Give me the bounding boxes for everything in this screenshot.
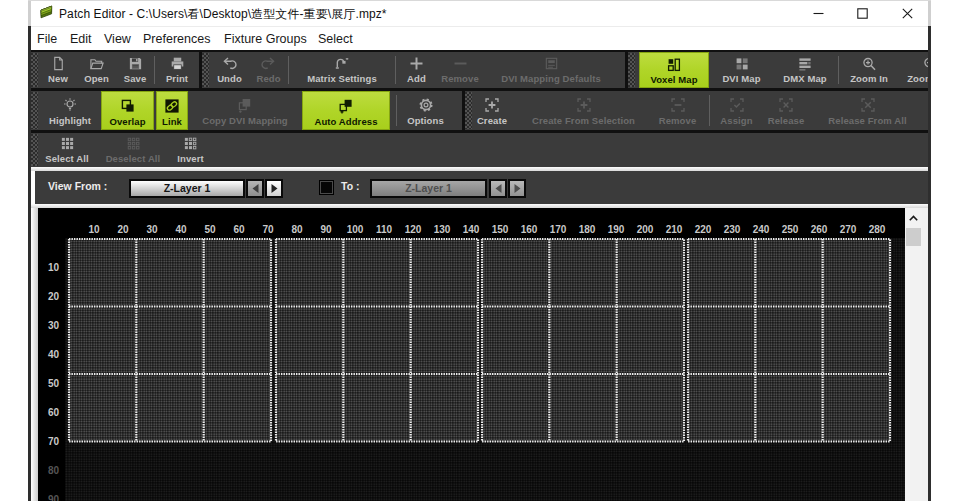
scrollbar-thumb[interactable] [906,228,921,246]
release-from-all-icon [860,96,876,114]
options-button[interactable]: Options [397,91,454,130]
toolbar-button-label: Options [407,115,444,126]
toolbar-row-2: Highlight Overlap Link Copy DVI Mapping … [31,91,928,130]
release-from-all-button[interactable]: Release From All [811,91,924,130]
ruler-left-label: 10 [48,262,60,273]
close-button[interactable] [892,1,922,26]
auto-address-button[interactable]: Auto Address [302,91,390,130]
maximize-button[interactable] [847,1,877,26]
add-button[interactable]: Add [396,52,437,88]
view-to-checkbox[interactable] [319,180,334,195]
toolbar-drag-handle[interactable] [628,53,635,87]
toolbar-drag-handle[interactable] [31,134,38,166]
voxel-map-button[interactable]: Voxel Map [639,52,709,88]
toolbar-button-label: Overlap [109,116,145,127]
toolbar-button-label: Deselect All [106,153,161,164]
toolbar-button-label: Auto Address [314,116,377,127]
zoom-in-button[interactable]: Zoom In [839,52,899,88]
open-button[interactable]: Open [77,52,116,88]
menu-fixture-groups[interactable]: Fixture Groups [224,30,307,49]
toolbar-button-label: Create [477,115,507,126]
zoom-out-icon [922,55,928,72]
toolbar-button-label: Matrix Settings [307,73,377,84]
create-button[interactable]: Create [473,91,511,130]
minimize-icon [813,8,824,19]
toolbar-row-1: New Open Save Print [31,52,928,88]
ruler-top-label: 280 [869,224,886,235]
undo-button[interactable]: Undo [210,52,249,88]
highlight-button[interactable]: Highlight [39,91,101,130]
left-arrow-icon [493,183,504,194]
create-from-selection-button[interactable]: Create From Selection [511,91,656,130]
menu-edit[interactable]: Edit [70,30,92,49]
ruler-left-label: 70 [48,436,60,447]
maximize-icon [857,8,868,19]
link-button[interactable]: Link [156,91,188,130]
dvi-map-button[interactable]: DVI Map [711,52,772,88]
ruler-left-label: 20 [48,291,60,302]
dvi-mapping-defaults-button[interactable]: DVI Mapping Defaults [483,52,619,88]
toolbar-drag-handle[interactable] [31,53,38,87]
deselect-all-button[interactable]: Deselect All [95,133,171,167]
menu-view[interactable]: View [104,30,131,49]
ruler-top-label: 130 [434,224,451,235]
select-all-button[interactable]: Select All [39,133,95,167]
vertical-scrollbar[interactable] [905,208,922,501]
remove-button[interactable]: Remove [437,52,483,88]
view-from-prev-button[interactable] [246,179,264,198]
toolbar-button-label: Zoom Out [907,73,928,84]
canvas-frame-right [922,208,928,501]
overlap-button[interactable]: Overlap [101,91,154,130]
ruler-top-label: 30 [146,224,158,235]
toolbar-select: Select All Deselect All Invert [31,133,210,167]
assign-button[interactable]: Assign [712,91,761,130]
undo-icon [222,55,237,72]
menu-preferences[interactable]: Preferences [143,30,210,49]
matrix-settings-button[interactable]: Matrix Settings [289,52,395,88]
view-from-dropdown[interactable]: Z-Layer 1 [129,179,245,198]
view-to-prev-button[interactable] [489,179,507,198]
toolbar-button-label: Redo [256,73,280,84]
remove-group-button[interactable]: Remove [656,91,699,130]
toolbar-groups: Create Create From Selection Remove Assi… [465,91,924,130]
view-from-next-button[interactable] [265,179,283,198]
ruler-top-label: 180 [579,224,596,235]
chevron-up-icon [909,215,918,221]
toolbar-button-label: Print [166,73,188,84]
toolbar-button-label: Save [124,73,147,84]
new-button[interactable]: New [39,52,77,88]
copy-dvi-mapping-button[interactable]: Copy DVI Mapping [188,91,302,130]
view-to-next-button[interactable] [508,179,526,198]
save-button[interactable]: Save [116,52,154,88]
release-button[interactable]: Release [761,91,811,130]
print-button[interactable]: Print [155,52,199,88]
toolbar-button-label: Link [162,116,182,127]
ruler-top-label: 190 [608,224,625,235]
toolbar-drag-handle[interactable] [202,53,209,87]
menu-select[interactable]: Select [318,30,353,49]
ruler-left-label: 50 [48,378,60,389]
menu-file[interactable]: File [37,30,57,49]
remove-minus-icon [453,55,468,72]
copy-dvi-mapping-icon [237,96,253,114]
patch-canvas[interactable]: 1020304050607080901001101201301401501601… [38,208,905,501]
link-chain-icon [164,97,180,115]
view-to-label: To : [341,180,359,192]
ruler-left-label: 80 [48,465,60,476]
ruler-left-label: 40 [48,349,60,360]
patch-group-texture [482,239,684,442]
toolbar-button-label: Release From All [828,115,906,126]
redo-button[interactable]: Redo [249,52,288,88]
view-to-dropdown[interactable]: Z-Layer 1 [370,179,487,198]
toolbar-button-label: DMX Map [783,73,826,84]
toolbar-drag-handle[interactable] [31,92,38,129]
release-icon [778,96,794,114]
dmx-map-button[interactable]: DMX Map [772,52,838,88]
invert-button[interactable]: Invert [171,133,210,167]
scrollbar-up-button[interactable] [905,208,922,227]
ruler-top-label: 110 [376,224,393,235]
zoom-out-button[interactable]: Zoom Out [899,52,928,88]
toolbar-drag-handle[interactable] [465,92,472,129]
minimize-button[interactable] [803,1,833,26]
toolbar-button-label: Add [407,73,426,84]
